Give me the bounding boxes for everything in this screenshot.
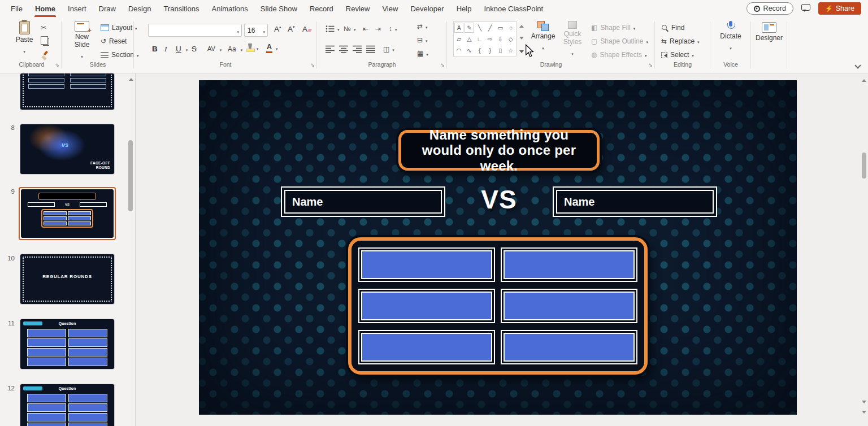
arrow-right-shape-icon[interactable]: ⇨ — [485, 33, 495, 45]
bold-button[interactable]: B — [150, 44, 159, 54]
bullets-button[interactable] — [326, 24, 340, 34]
copy-button[interactable] — [41, 36, 49, 46]
paste-button[interactable]: Paste — [11, 21, 37, 55]
shape-effects-button[interactable]: ◍ Shape Effects — [591, 50, 647, 60]
arrow-down-shape-icon[interactable]: ⇩ — [495, 33, 505, 45]
font-color-button[interactable]: A — [266, 43, 278, 53]
layout-button[interactable]: Layout — [101, 23, 137, 33]
increase-indent-button[interactable]: ⇥ — [375, 24, 381, 34]
numbering-button[interactable]: № — [344, 24, 355, 34]
left-brace-shape-icon[interactable]: { — [475, 45, 485, 56]
slide-thumbnail-8[interactable]: VS FACE-OFF ROUND — [20, 124, 114, 174]
slide-thumbnail-12[interactable]: Question — [20, 384, 114, 426]
tab-transitions[interactable]: Transitions — [157, 0, 205, 17]
line-shape-icon[interactable]: ╱ — [485, 22, 495, 33]
next-slide-icon[interactable] — [862, 411, 866, 416]
canvas-scrollbar[interactable] — [860, 73, 868, 426]
triangle-shape-icon[interactable]: △ — [464, 33, 474, 45]
text-box-shape-icon[interactable]: A — [454, 23, 463, 33]
slide-thumbnail-partial[interactable] — [20, 73, 114, 110]
shape-fill-button[interactable]: ◧ Shape Fill — [591, 23, 635, 33]
tab-slide-show[interactable]: Slide Show — [254, 0, 303, 17]
smartart-button[interactable]: ▦ — [417, 49, 428, 59]
thumbnail-scrollbar[interactable] — [127, 73, 134, 426]
comments-button[interactable] — [800, 2, 811, 15]
shape-gallery[interactable]: A ✎ ╲ ╱ ▭ ○ ▱ △ ∟ ⇨ ⇩ ◇ ◠ ∿ { } ▯ ☆ — [453, 21, 517, 56]
vs-text[interactable]: VS — [475, 184, 523, 215]
format-painter-button[interactable] — [41, 50, 49, 60]
dictate-button[interactable]: Dictate — [717, 21, 745, 51]
slide-thumbnail-10[interactable]: REGULAR ROUNDS — [20, 254, 114, 304]
tab-home[interactable]: Home — [29, 0, 62, 17]
oval-shape-icon[interactable]: ○ — [506, 22, 516, 33]
font-name-combo[interactable] — [148, 24, 242, 37]
slide-thumbnail-9-selected[interactable]: VS — [19, 187, 116, 240]
align-right-button[interactable] — [353, 44, 362, 54]
tab-review[interactable]: Review — [340, 0, 376, 17]
change-case-button[interactable]: Aa — [226, 44, 242, 54]
grow-font-button[interactable]: A — [272, 24, 283, 34]
rounded-rect-shape-icon[interactable]: ▯ — [495, 45, 505, 56]
record-button[interactable]: Record — [747, 2, 793, 15]
current-slide[interactable]: Name something you would only do once pe… — [199, 80, 797, 415]
line-shape-icon[interactable]: ╲ — [475, 22, 485, 33]
share-button[interactable]: ⚡ Share — [818, 2, 861, 15]
arc-shape-icon[interactable]: ◠ — [454, 45, 464, 56]
scrollbar-thumb[interactable] — [128, 140, 133, 211]
tab-inknoe-classpoint[interactable]: Inknoe ClassPoint — [478, 0, 549, 17]
italic-button[interactable]: I — [163, 44, 169, 54]
slide-thumbnail-11[interactable]: Question — [20, 319, 114, 369]
gallery-scroll-down-icon[interactable] — [519, 37, 524, 42]
star-shape-icon[interactable]: ☆ — [506, 45, 516, 56]
slide-thumbnail-9[interactable]: VS — [21, 189, 114, 238]
align-text-button[interactable]: ⊟ — [417, 35, 428, 45]
font-size-input[interactable] — [245, 24, 263, 36]
clear-formatting-button[interactable]: A — [301, 24, 313, 34]
font-dialog-launcher[interactable] — [310, 62, 315, 68]
character-spacing-button[interactable]: AV — [206, 44, 222, 54]
pencil-shape-icon[interactable]: ✎ — [465, 23, 474, 33]
underline-button[interactable]: U — [174, 44, 188, 54]
parallelogram-shape-icon[interactable]: ▱ — [454, 33, 464, 45]
right-name-box[interactable]: Name — [553, 186, 717, 217]
curve-shape-icon[interactable]: ∿ — [464, 45, 474, 56]
rectangle-shape-icon[interactable]: ▭ — [495, 22, 505, 33]
strikethrough-button[interactable]: S — [190, 44, 198, 54]
right-brace-shape-icon[interactable]: } — [485, 45, 495, 56]
elbow-shape-icon[interactable]: ∟ — [475, 33, 485, 45]
decrease-indent-button[interactable]: ⇤ — [363, 24, 368, 34]
answer-cell-3[interactable] — [358, 289, 495, 323]
tab-design[interactable]: Design — [122, 0, 157, 17]
text-highlight-button[interactable] — [246, 43, 259, 53]
left-name-box[interactable]: Name — [281, 186, 445, 217]
replace-button[interactable]: ⇆ Replace — [661, 36, 700, 46]
clipboard-dialog-launcher[interactable] — [55, 62, 59, 68]
answer-cell-6[interactable] — [501, 330, 637, 364]
tab-developer[interactable]: Developer — [404, 0, 450, 17]
font-name-input[interactable] — [149, 24, 237, 36]
answer-board[interactable] — [348, 237, 648, 375]
previous-slide-icon[interactable] — [862, 401, 866, 406]
question-box[interactable]: Name something you would only do once pe… — [398, 130, 600, 171]
paragraph-dialog-launcher[interactable] — [440, 62, 445, 68]
tab-view[interactable]: View — [376, 0, 404, 17]
select-button[interactable]: Select — [661, 50, 694, 60]
scroll-up-icon[interactable] — [862, 77, 866, 82]
scrollbar-thumb[interactable] — [862, 153, 866, 179]
align-center-button[interactable] — [339, 44, 348, 54]
tab-draw[interactable]: Draw — [93, 0, 122, 17]
answer-cell-1[interactable] — [358, 247, 495, 282]
designer-button[interactable]: Designer — [753, 22, 785, 42]
gallery-more-icon[interactable] — [519, 50, 524, 55]
new-slide-button[interactable]: New Slide — [67, 21, 97, 60]
answer-cell-5[interactable] — [358, 330, 495, 364]
arrange-button[interactable]: Arrange — [530, 21, 556, 51]
font-size-combo[interactable] — [244, 24, 268, 37]
shrink-font-button[interactable]: A — [286, 24, 297, 34]
find-button[interactable]: Find — [661, 23, 684, 33]
justify-button[interactable] — [366, 44, 375, 54]
text-direction-button[interactable]: ⇄ — [417, 21, 428, 32]
drawing-dialog-launcher[interactable] — [648, 62, 653, 68]
tab-record[interactable]: Record — [303, 0, 340, 17]
shape-outline-button[interactable]: ▢ Shape Outline — [591, 36, 648, 46]
